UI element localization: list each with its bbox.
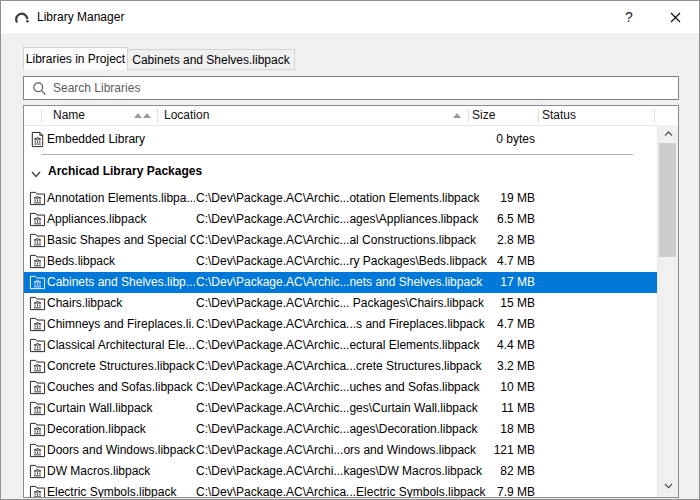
- library-rows: Annotation Elements.libpa... C:\Dev\Pack…: [24, 188, 657, 497]
- scroll-down-button[interactable]: [658, 477, 678, 494]
- row-location-cell: C:\Dev\Package.AC\Archic...ages\Decorati…: [196, 419, 477, 440]
- close-icon: [670, 12, 681, 23]
- row-location-cell: C:\Dev\Package.AC\Archi...kages\DW Macro…: [196, 461, 482, 482]
- column-header-status[interactable]: Status: [542, 106, 576, 125]
- row-name-cell: Chairs.libpack: [47, 293, 195, 314]
- column-separator: [538, 108, 539, 123]
- column-header-name[interactable]: Name: [53, 106, 85, 125]
- column-header-size[interactable]: Size: [472, 106, 495, 125]
- help-button[interactable]: ?: [606, 1, 652, 33]
- row-size-cell: 15 MB: [454, 293, 535, 314]
- column-separator: [654, 108, 655, 123]
- table-row[interactable]: DW Macros.libpack C:\Dev\Package.AC\Arch…: [24, 461, 657, 482]
- table-row[interactable]: Annotation Elements.libpa... C:\Dev\Pack…: [24, 188, 657, 209]
- row-name-cell: Chimneys and Fireplaces.li...: [47, 314, 195, 335]
- group-separator: [41, 154, 633, 155]
- scrollbar-thumb[interactable]: [659, 143, 676, 257]
- row-location-cell: C:\Dev\Package.AC\Archica...s and Firepl…: [196, 314, 485, 335]
- row-name-cell: Classical Architectural Ele...: [47, 335, 195, 356]
- row-size-cell: 17 MB: [454, 272, 535, 293]
- row-size-cell: 82 MB: [454, 461, 535, 482]
- table-row[interactable]: Curtain Wall.libpack C:\Dev\Package.AC\A…: [24, 398, 657, 419]
- row-name-cell: Annotation Elements.libpa...: [47, 188, 195, 209]
- row-size-cell: 121 MB: [454, 440, 535, 461]
- row-size-cell: 4.4 MB: [454, 335, 535, 356]
- row-name-cell: Cabinets and Shelves.libp...: [47, 272, 195, 293]
- libpack-icon: [29, 337, 46, 354]
- table-row[interactable]: Cabinets and Shelves.libp... C:\Dev\Pack…: [24, 272, 657, 293]
- row-location-cell: C:\Dev\Package.AC\Archic... Packages\Cha…: [196, 293, 484, 314]
- row-location-cell: C:\Dev\Package.AC\Archica...Electric Sym…: [196, 482, 485, 497]
- row-name-cell: Concrete Structures.libpack: [47, 356, 195, 377]
- chevron-down-icon: [31, 167, 41, 181]
- row-size-cell: 6.5 MB: [454, 209, 535, 230]
- column-separator: [41, 108, 42, 123]
- row-size-cell: 19 MB: [454, 188, 535, 209]
- row-location-cell: C:\Dev\Package.AC\Archic...otation Eleme…: [196, 188, 479, 209]
- embedded-library-row[interactable]: Embedded Library 0 bytes: [24, 129, 657, 150]
- row-name-cell: Appliances.libpack: [47, 209, 195, 230]
- libpack-icon: [29, 442, 46, 459]
- row-location-cell: C:\Dev\Package.AC\Archic...ry Packages\B…: [196, 251, 487, 272]
- column-header-location[interactable]: Location: [164, 106, 209, 125]
- tab-libraries-in-project[interactable]: Libraries in Project: [23, 47, 128, 70]
- row-location-cell: C:\Dev\Package.AC\Archi...ors and Window…: [196, 440, 476, 461]
- libpack-icon: [29, 211, 46, 228]
- embedded-library-icon: [29, 131, 46, 148]
- embedded-library-name: Embedded Library: [47, 129, 195, 150]
- vertical-scrollbar[interactable]: [657, 125, 678, 497]
- libpack-icon: [29, 484, 46, 497]
- row-location-cell: C:\Dev\Package.AC\Archic...uches and Sof…: [196, 377, 479, 398]
- column-separator: [157, 108, 158, 123]
- row-name-cell: Decoration.libpack: [47, 419, 195, 440]
- table-row[interactable]: Doors and Windows.libpack C:\Dev\Package…: [24, 440, 657, 461]
- libpack-icon: [29, 316, 46, 333]
- sort-ascending-icon: [453, 113, 461, 118]
- search-input[interactable]: [24, 77, 678, 99]
- row-size-cell: 2.8 MB: [454, 230, 535, 251]
- archicad-logo-icon: [14, 9, 30, 25]
- column-separator: [468, 108, 469, 123]
- scroll-up-button[interactable]: [658, 125, 678, 142]
- libpack-icon: [29, 400, 46, 417]
- row-location-cell: C:\Dev\Package.AC\Archic...nets and Shel…: [196, 272, 482, 293]
- libpack-icon: [29, 274, 46, 291]
- table-row[interactable]: Decoration.libpack C:\Dev\Package.AC\Arc…: [24, 419, 657, 440]
- table-row[interactable]: Couches and Sofas.libpack C:\Dev\Package…: [24, 377, 657, 398]
- table-row[interactable]: Concrete Structures.libpack C:\Dev\Packa…: [24, 356, 657, 377]
- row-location-cell: C:\Dev\Package.AC\Archica...crete Struct…: [196, 356, 481, 377]
- row-name-cell: DW Macros.libpack: [47, 461, 195, 482]
- row-size-cell: 11 MB: [454, 398, 535, 419]
- table-row[interactable]: Chimneys and Fireplaces.li... C:\Dev\Pac…: [24, 314, 657, 335]
- libpack-icon: [29, 358, 46, 375]
- row-name-cell: Basic Shapes and Special C...: [47, 230, 195, 251]
- libpack-icon: [29, 379, 46, 396]
- chevron-down-icon: [664, 483, 673, 489]
- row-name-cell: Electric Symbols.libpack: [47, 482, 195, 497]
- table-row[interactable]: Appliances.libpack C:\Dev\Package.AC\Arc…: [24, 209, 657, 230]
- row-name-cell: Curtain Wall.libpack: [47, 398, 195, 419]
- table-row[interactable]: Classical Architectural Ele... C:\Dev\Pa…: [24, 335, 657, 356]
- embedded-library-size: 0 bytes: [454, 129, 535, 150]
- libpack-icon: [29, 232, 46, 249]
- group-header-archicad-library-packages[interactable]: Archicad Library Packages: [24, 159, 657, 183]
- row-size-cell: 4.7 MB: [454, 251, 535, 272]
- list-body: Embedded Library 0 bytes Archicad Librar…: [24, 126, 657, 497]
- row-name-cell: Doors and Windows.libpack: [47, 440, 195, 461]
- table-row[interactable]: Beds.libpack C:\Dev\Package.AC\Archic...…: [24, 251, 657, 272]
- libpack-icon: [29, 253, 46, 270]
- table-row[interactable]: Chairs.libpack C:\Dev\Package.AC\Archic.…: [24, 293, 657, 314]
- libpack-icon: [29, 463, 46, 480]
- row-size-cell: 18 MB: [454, 419, 535, 440]
- table-row[interactable]: Basic Shapes and Special C... C:\Dev\Pac…: [24, 230, 657, 251]
- row-size-cell: 7.9 MB: [454, 482, 535, 497]
- title-bar[interactable]: Library Manager ?: [1, 1, 699, 33]
- sort-ascending-icon: [134, 113, 142, 118]
- row-location-cell: C:\Dev\Package.AC\Archic...ages\Applianc…: [196, 209, 478, 230]
- chevron-up-icon: [664, 131, 673, 137]
- tab-cabinets-and-shelves[interactable]: Cabinets and Shelves.libpack: [127, 49, 295, 70]
- libpack-icon: [29, 295, 46, 312]
- table-row[interactable]: Electric Symbols.libpack C:\Dev\Package.…: [24, 482, 657, 497]
- close-button[interactable]: [652, 1, 698, 33]
- row-size-cell: 10 MB: [454, 377, 535, 398]
